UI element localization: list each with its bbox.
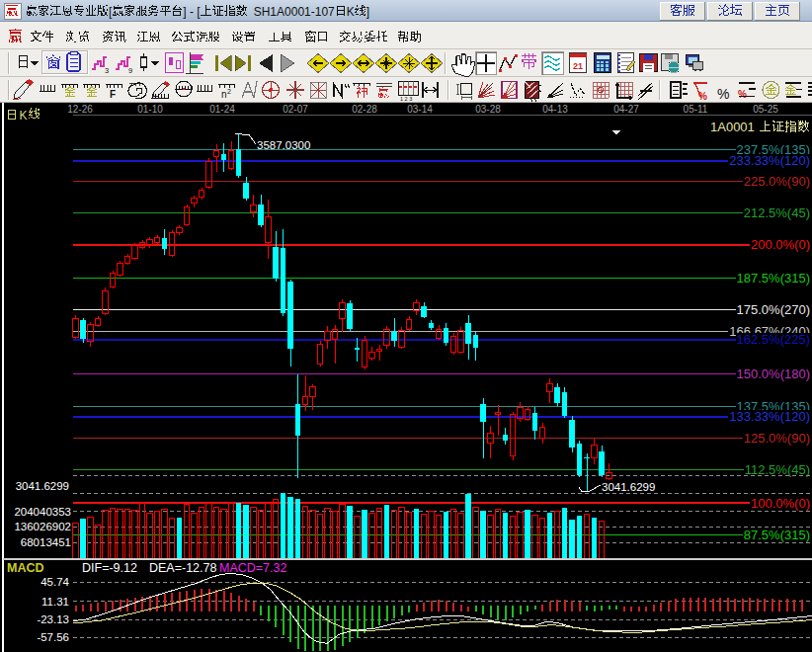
svg-text:21: 21 (573, 61, 583, 71)
svg-text:200.0%(0): 200.0%(0) (751, 237, 810, 252)
svg-text:F: F (110, 89, 116, 100)
svg-text:04-13: 04-13 (542, 104, 568, 115)
svg-text:45.74: 45.74 (41, 576, 69, 588)
svg-text:02-07: 02-07 (283, 104, 308, 115)
svg-text:03-14: 03-14 (407, 104, 433, 115)
svg-text:01-10: 01-10 (137, 104, 163, 115)
svg-text:-23.13: -23.13 (37, 613, 69, 625)
svg-text:01-24: 01-24 (209, 104, 235, 115)
svg-text:225.0%(90): 225.0%(90) (744, 174, 810, 189)
svg-text:3587.0300: 3587.0300 (257, 139, 310, 151)
svg-text:2: 2 (227, 88, 231, 95)
svg-text:125.0%(90): 125.0%(90) (744, 431, 810, 446)
svg-text:%: % (717, 86, 729, 102)
svg-text:]: ] (366, 5, 369, 19)
svg-text:212.5%(45): 212.5%(45) (744, 205, 810, 220)
svg-text:3041.6299: 3041.6299 (16, 480, 69, 492)
svg-text:150.0%(180): 150.0%(180) (737, 367, 810, 381)
svg-text:68013451: 68013451 (21, 536, 71, 548)
svg-text:87.5%(315): 87.5%(315) (744, 528, 810, 542)
svg-text:100.0%(0): 100.0%(0) (751, 496, 810, 511)
svg-text:9: 9 (128, 66, 132, 75)
svg-text:112.5%(45): 112.5%(45) (745, 462, 810, 477)
svg-text:02-28: 02-28 (352, 104, 377, 115)
svg-text:3: 3 (105, 66, 109, 75)
svg-text:11.31: 11.31 (41, 596, 69, 608)
svg-text:03-28: 03-28 (475, 104, 501, 115)
svg-text:04-27: 04-27 (613, 104, 639, 115)
svg-text:SH1A0001-107: SH1A0001-107 (254, 5, 335, 19)
svg-text:175.0%(270): 175.0%(270) (737, 302, 810, 317)
svg-text:136026902: 136026902 (14, 521, 71, 532)
svg-text:MACD: MACD (7, 561, 44, 575)
svg-text:204040353: 204040353 (14, 506, 71, 518)
svg-text:] - [: ] - [ (183, 5, 201, 19)
svg-text:05-11: 05-11 (684, 104, 708, 115)
svg-text:12-26: 12-26 (67, 104, 93, 115)
svg-text:%: % (698, 91, 707, 102)
svg-text:K: K (20, 109, 28, 122)
svg-text:3041.6299: 3041.6299 (602, 481, 655, 493)
svg-text:1A0001: 1A0001 (710, 120, 755, 134)
svg-text:233.33%(120): 233.33%(120) (729, 153, 810, 168)
svg-text:n: n (221, 89, 227, 100)
svg-text:187.5%(315): 187.5%(315) (737, 271, 810, 285)
svg-text:162.5%(225): 162.5%(225) (737, 332, 810, 347)
svg-text:%: % (738, 89, 747, 100)
svg-text:133.33%(120): 133.33%(120) (729, 409, 810, 424)
svg-text:MACD=7.32: MACD=7.32 (219, 561, 286, 575)
svg-text:K: K (347, 5, 355, 19)
svg-text:05-25: 05-25 (753, 104, 778, 115)
svg-text:1 2 3: 1 2 3 (400, 96, 412, 102)
svg-text:DIF=-9.12: DIF=-9.12 (82, 561, 137, 575)
svg-text:DEA=-12.78: DEA=-12.78 (149, 561, 216, 575)
svg-text:-57.56: -57.56 (37, 631, 69, 643)
